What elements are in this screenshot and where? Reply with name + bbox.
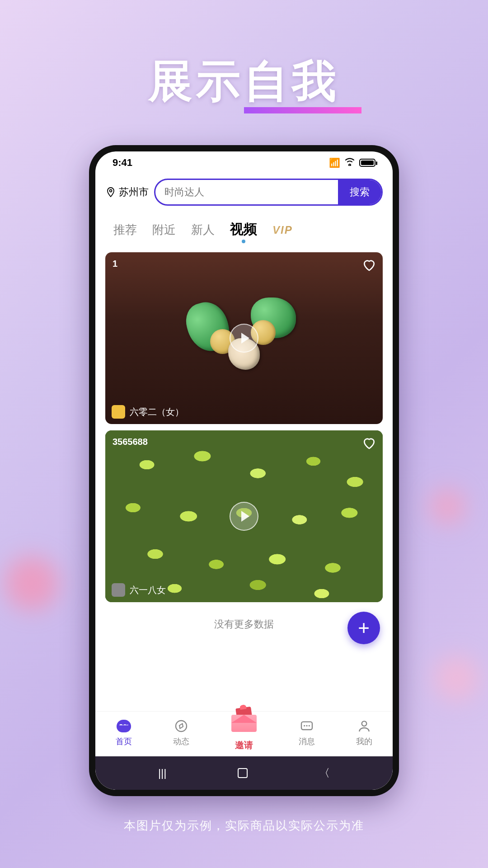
tab-newcomer[interactable]: 新人 [191, 222, 215, 238]
svg-point-2 [304, 725, 305, 726]
svg-point-4 [309, 725, 310, 726]
nav-invite[interactable]: 邀请 [230, 713, 258, 751]
status-bar: 9:41 📶 [95, 151, 393, 174]
no-more-text: 没有更多数据 [105, 609, 383, 640]
author-name: 六零二（女） [130, 406, 184, 418]
like-button[interactable] [362, 436, 376, 450]
android-nav-bar: ||| 〈 [95, 756, 393, 790]
signal-icon: 📶 [329, 157, 340, 168]
play-button[interactable] [230, 324, 258, 353]
video-author[interactable]: 六一八女 [112, 583, 166, 597]
svg-point-5 [361, 721, 366, 726]
home-icon [116, 718, 132, 734]
android-recents-button[interactable]: ||| [158, 767, 167, 779]
location-label: 苏州市 [119, 185, 149, 199]
disclaimer-text: 本图片仅为示例，实际商品以实际公示为准 [0, 818, 488, 834]
video-count: 1 [113, 259, 117, 269]
category-tabs: 推荐 附近 新人 视频 VIP [95, 214, 393, 244]
tab-video[interactable]: 视频 [230, 220, 257, 239]
svg-point-3 [306, 725, 308, 726]
location-icon [105, 187, 116, 198]
add-fab[interactable]: + [347, 612, 380, 644]
invite-icon [230, 708, 258, 732]
avatar [112, 405, 125, 419]
status-time: 9:41 [113, 157, 132, 169]
nav-feed[interactable]: 动态 [173, 718, 189, 747]
video-card[interactable]: 1 六零二（女） [105, 252, 383, 424]
bottom-nav: 首页 动态 邀请 消息 [95, 711, 393, 756]
profile-icon [356, 718, 372, 734]
search-row: 苏州市 搜索 [95, 174, 393, 214]
android-back-button[interactable]: 〈 [319, 766, 330, 780]
search-bar: 搜索 [154, 179, 383, 206]
android-home-button[interactable] [238, 768, 248, 778]
svg-point-0 [176, 721, 187, 731]
avatar [112, 583, 125, 597]
author-name: 六一八女 [130, 584, 166, 596]
battery-icon [359, 159, 375, 167]
search-button[interactable]: 搜索 [338, 180, 381, 204]
message-icon [299, 718, 315, 734]
video-count: 3565688 [113, 437, 148, 447]
video-author[interactable]: 六零二（女） [112, 405, 184, 419]
tab-nearby[interactable]: 附近 [152, 222, 176, 238]
phone-mockup: 9:41 📶 苏州市 搜索 推荐 附近 [89, 145, 399, 796]
like-button[interactable] [362, 258, 376, 272]
tab-recommend[interactable]: 推荐 [113, 222, 137, 238]
compass-icon [173, 718, 189, 734]
nav-messages[interactable]: 消息 [299, 718, 315, 747]
content-area: 1 六零二（女） 3565688 六一八女 [95, 244, 393, 711]
hero-title: 展示自我 [0, 52, 488, 113]
nav-home[interactable]: 首页 [116, 718, 132, 747]
search-input[interactable] [155, 186, 338, 198]
nav-mine[interactable]: 我的 [356, 718, 372, 747]
tab-vip[interactable]: VIP [272, 224, 293, 236]
video-card[interactable]: 3565688 六一八女 [105, 430, 383, 602]
wifi-icon [345, 158, 355, 168]
play-button[interactable] [230, 502, 258, 531]
location-selector[interactable]: 苏州市 [105, 185, 149, 199]
